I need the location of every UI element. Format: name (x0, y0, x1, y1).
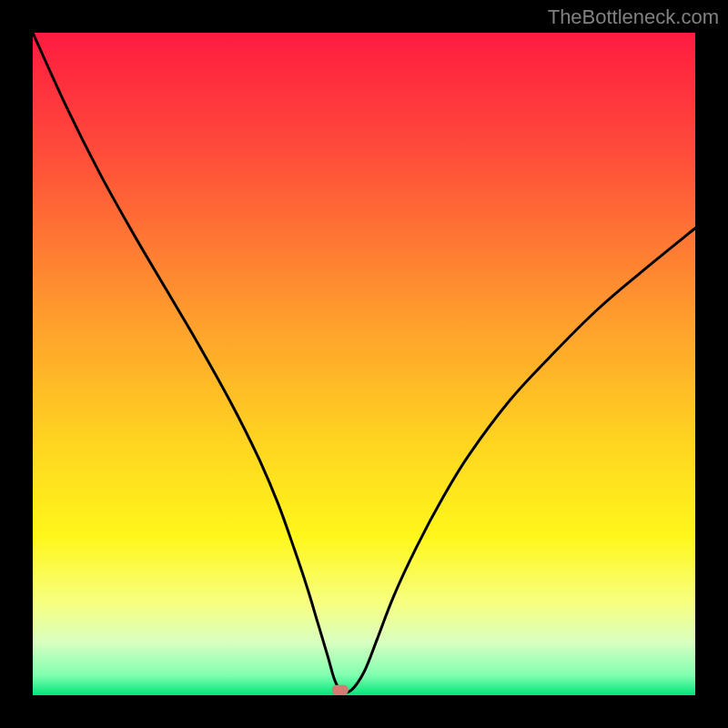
plot-area (33, 33, 695, 695)
chart-container: TheBottleneck.com (0, 0, 728, 728)
chart-svg (33, 33, 695, 695)
gradient-background (33, 33, 695, 695)
watermark-text: TheBottleneck.com (548, 5, 719, 29)
optimal-point-marker (332, 685, 349, 695)
